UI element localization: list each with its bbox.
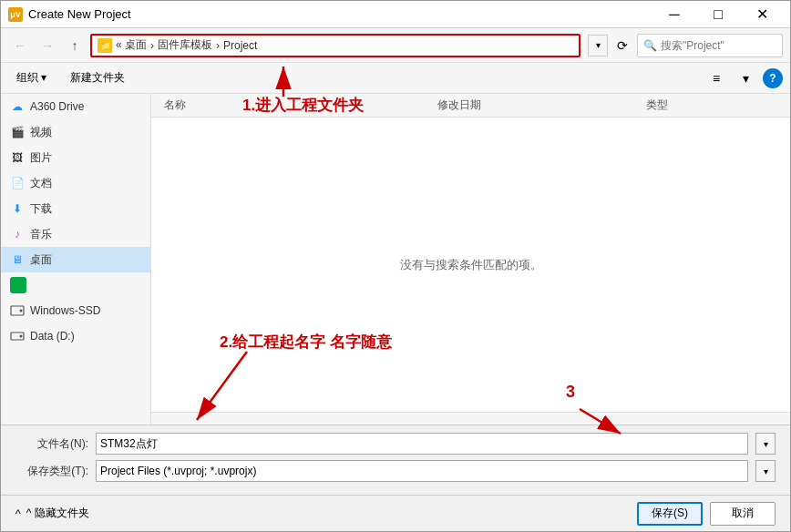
address-bar: 📁 « 桌面 › 固件库模板 › Project	[90, 34, 580, 57]
app-icon: μV	[8, 7, 23, 22]
svg-point-1	[20, 310, 23, 312]
sidebar-item-a360drive[interactable]: ☁ A360 Drive	[1, 94, 150, 119]
breadcrumb: « 桌面 › 固件库模板 › Project	[116, 37, 573, 53]
sidebar: ☁ A360 Drive 🎬 视频 🖼 图片 📄 文档 ⬇ 下载 ♪ 音乐	[1, 94, 151, 425]
sidebar-item-app[interactable]	[1, 272, 150, 298]
sidebar-item-data-d[interactable]: Data (D:)	[1, 323, 150, 349]
back-button[interactable]: ←	[8, 34, 32, 57]
column-headers: 名称 修改日期 类型	[151, 94, 790, 118]
filename-label: 文件名(N):	[15, 436, 88, 452]
organize-button[interactable]: 组织 ▾	[8, 66, 55, 89]
document-icon: 📄	[10, 176, 25, 190]
empty-message: 没有与搜索条件匹配的项。	[400, 257, 542, 273]
video-icon: 🎬	[10, 125, 25, 139]
footer-buttons: 保存(S) 取消	[637, 502, 776, 526]
sidebar-item-image[interactable]: 🖼 图片	[1, 145, 150, 170]
nav-toolbar: ← → ↑ 📁 « 桌面 › 固件库模板 › Project ▾ ⟳	[1, 28, 790, 63]
app-square-icon	[10, 277, 26, 293]
filename-row: 文件名(N): ▾	[15, 433, 776, 455]
download-icon: ⬇	[10, 201, 25, 216]
file-area: 名称 修改日期 类型 没有与搜索条件匹配的项。	[151, 94, 790, 425]
help-button[interactable]: ?	[763, 68, 783, 88]
window-title: Create New Project	[28, 7, 653, 21]
filetype-dropdown[interactable]: ▾	[755, 460, 776, 482]
maximize-button[interactable]: □	[697, 2, 739, 27]
title-bar: μV Create New Project ─ □ ✕	[1, 1, 790, 28]
toolbar-right: ≡ ▾ ?	[704, 66, 783, 90]
sidebar-item-download[interactable]: ⬇ 下载	[1, 196, 150, 221]
address-dropdown-button[interactable]: ▾	[588, 35, 608, 56]
col-name-header: 名称	[159, 97, 432, 113]
col-date-header: 修改日期	[432, 97, 640, 113]
close-button[interactable]: ✕	[741, 2, 783, 27]
cancel-button[interactable]: 取消	[710, 502, 776, 526]
horizontal-scrollbar[interactable]	[151, 412, 790, 425]
hide-folder-toggle[interactable]: ^ ^ 隐藏文件夹	[15, 506, 89, 521]
view-button[interactable]: ≡	[704, 66, 728, 90]
col-type-header: 类型	[641, 97, 783, 113]
filetype-label: 保存类型(T):	[15, 464, 88, 479]
folder-icon: 📁	[98, 38, 112, 53]
data-drive-icon	[10, 329, 25, 343]
filetype-row: 保存类型(T): ▾	[15, 460, 776, 482]
save-button[interactable]: 保存(S)	[637, 502, 703, 526]
music-icon: ♪	[10, 227, 25, 241]
filename-input[interactable]	[96, 433, 748, 455]
cloud-icon: ☁	[10, 99, 25, 114]
action-toolbar: 组织 ▾ 新建文件夹 ≡ ▾ ?	[1, 63, 790, 94]
sidebar-item-windows-ssd[interactable]: Windows-SSD	[1, 298, 150, 323]
search-icon: 🔍	[643, 39, 657, 52]
new-folder-button[interactable]: 新建文件夹	[62, 66, 133, 89]
view-dropdown-button[interactable]: ▾	[734, 66, 757, 90]
search-box: 🔍	[637, 34, 783, 57]
refresh-button[interactable]: ⟳	[611, 34, 633, 57]
windows-ssd-icon	[10, 303, 25, 318]
sidebar-item-video[interactable]: 🎬 视频	[1, 119, 150, 145]
title-bar-controls: ─ □ ✕	[653, 2, 783, 27]
chevron-up-icon: ^	[15, 507, 21, 520]
image-icon: 🖼	[10, 150, 25, 165]
sidebar-item-desktop[interactable]: 🖥 桌面	[1, 247, 150, 272]
footer: ^ ^ 隐藏文件夹 保存(S) 取消	[1, 495, 790, 531]
desktop-icon: 🖥	[10, 252, 25, 267]
main-area: ☁ A360 Drive 🎬 视频 🖼 图片 📄 文档 ⬇ 下载 ♪ 音乐	[1, 94, 790, 425]
sidebar-item-doc[interactable]: 📄 文档	[1, 170, 150, 196]
up-button[interactable]: ↑	[63, 34, 87, 57]
sidebar-item-music[interactable]: ♪ 音乐	[1, 221, 150, 247]
minimize-button[interactable]: ─	[653, 2, 695, 27]
bottom-form: 文件名(N): ▾ 保存类型(T): ▾	[1, 425, 790, 495]
filetype-input[interactable]	[96, 460, 748, 482]
filename-dropdown[interactable]: ▾	[755, 433, 776, 455]
forward-button[interactable]: →	[36, 34, 59, 57]
svg-point-3	[20, 335, 23, 338]
search-input[interactable]	[661, 39, 791, 52]
file-list: 没有与搜索条件匹配的项。	[151, 118, 790, 412]
